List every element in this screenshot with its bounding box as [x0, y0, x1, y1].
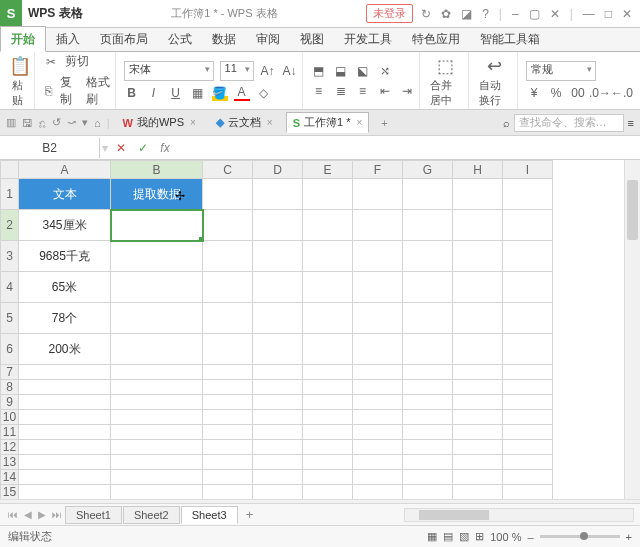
font-size-select[interactable]: 11: [220, 61, 254, 81]
sheet-tab-Sheet1[interactable]: Sheet1: [65, 506, 122, 524]
cell-F5[interactable]: [353, 303, 403, 334]
doc-tab-1[interactable]: ◆云文档×: [209, 112, 280, 133]
minimize-button[interactable]: —: [583, 7, 595, 21]
menu-tab-0[interactable]: 开始: [0, 26, 46, 52]
cut-label[interactable]: 剪切: [65, 53, 89, 70]
help-icon[interactable]: ?: [482, 7, 489, 21]
cell-F3[interactable]: [353, 241, 403, 272]
sheet-nav-0[interactable]: ⏮: [6, 509, 20, 520]
view-sep-icon[interactable]: ⊞: [475, 530, 484, 543]
doc-close-icon[interactable]: ×: [190, 117, 196, 128]
cell-I7[interactable]: [503, 365, 553, 380]
cell-A11[interactable]: [19, 425, 111, 440]
col-header-A[interactable]: A: [19, 161, 111, 179]
menu-tab-2[interactable]: 页面布局: [90, 27, 158, 51]
add-doc-button[interactable]: +: [375, 117, 393, 129]
cancel-button[interactable]: ✕: [110, 141, 132, 155]
cell-D5[interactable]: [253, 303, 303, 334]
cell-B5[interactable]: [111, 303, 203, 334]
sheet-tab-Sheet2[interactable]: Sheet2: [123, 506, 180, 524]
menu-tab-6[interactable]: 视图: [290, 27, 334, 51]
cell-C10[interactable]: [203, 410, 253, 425]
cell-B8[interactable]: [111, 380, 203, 395]
cell-D4[interactable]: [253, 272, 303, 303]
quick-icon-4[interactable]: ⤻: [67, 116, 76, 129]
cell-C13[interactable]: [203, 455, 253, 470]
cell-B7[interactable]: [111, 365, 203, 380]
row-header-9[interactable]: 9: [1, 395, 19, 410]
cell-H12[interactable]: [453, 440, 503, 455]
cell-D15[interactable]: [253, 485, 303, 500]
align-top-icon[interactable]: ⬒: [311, 63, 327, 79]
cell-E1[interactable]: [303, 179, 353, 210]
cell-F2[interactable]: [353, 210, 403, 241]
zoom-label[interactable]: 100 %: [490, 531, 521, 543]
cell-E5[interactable]: [303, 303, 353, 334]
cell-A13[interactable]: [19, 455, 111, 470]
cell-E4[interactable]: [303, 272, 353, 303]
sync-icon[interactable]: ↻: [421, 7, 431, 21]
doc-close-icon[interactable]: ×: [356, 117, 362, 128]
cell-H6[interactable]: [453, 334, 503, 365]
cell-I6[interactable]: [503, 334, 553, 365]
view-page-icon[interactable]: ▤: [443, 530, 453, 543]
cell-H5[interactable]: [453, 303, 503, 334]
cell-F4[interactable]: [353, 272, 403, 303]
quick-icon-1[interactable]: 🖫: [22, 117, 33, 129]
cell-B9[interactable]: [111, 395, 203, 410]
cell-A4[interactable]: 65米: [19, 272, 111, 303]
cell-E3[interactable]: [303, 241, 353, 272]
cell-H3[interactable]: [453, 241, 503, 272]
row-header-12[interactable]: 12: [1, 440, 19, 455]
cell-G13[interactable]: [403, 455, 453, 470]
maximize-button[interactable]: □: [605, 7, 612, 21]
cell-I2[interactable]: [503, 210, 553, 241]
indent-dec-icon[interactable]: ⇤: [377, 83, 393, 99]
sheet-nav-2[interactable]: ▶: [36, 509, 48, 520]
cell-C6[interactable]: [203, 334, 253, 365]
cell-G15[interactable]: [403, 485, 453, 500]
cell-H13[interactable]: [453, 455, 503, 470]
cell-B6[interactable]: [111, 334, 203, 365]
cell-I14[interactable]: [503, 470, 553, 485]
cell-F14[interactable]: [353, 470, 403, 485]
cell-A7[interactable]: [19, 365, 111, 380]
cell-A10[interactable]: [19, 410, 111, 425]
align-left-icon[interactable]: ≡: [311, 83, 327, 99]
menu-tab-3[interactable]: 公式: [158, 27, 202, 51]
cell-G10[interactable]: [403, 410, 453, 425]
horizontal-scrollbar[interactable]: [404, 508, 634, 522]
view-break-icon[interactable]: ▧: [459, 530, 469, 543]
cell-D7[interactable]: [253, 365, 303, 380]
cell-A5[interactable]: 78个: [19, 303, 111, 334]
cell-B3[interactable]: [111, 241, 203, 272]
cell-C2[interactable]: [203, 210, 253, 241]
cell-F13[interactable]: [353, 455, 403, 470]
cell-D8[interactable]: [253, 380, 303, 395]
cell-G6[interactable]: [403, 334, 453, 365]
col-header-H[interactable]: H: [453, 161, 503, 179]
row-header-7[interactable]: 7: [1, 365, 19, 380]
col-header-B[interactable]: B: [111, 161, 203, 179]
cell-F12[interactable]: [353, 440, 403, 455]
cell-I5[interactable]: [503, 303, 553, 334]
cell-C8[interactable]: [203, 380, 253, 395]
cell-D11[interactable]: [253, 425, 303, 440]
view-normal-icon[interactable]: ▦: [427, 530, 437, 543]
cell-E8[interactable]: [303, 380, 353, 395]
cell-C11[interactable]: [203, 425, 253, 440]
vertical-scrollbar[interactable]: [624, 160, 640, 499]
row-header-3[interactable]: 3: [1, 241, 19, 272]
doc-tab-2[interactable]: S工作簿1 *×: [286, 112, 370, 133]
cell-F15[interactable]: [353, 485, 403, 500]
bold-icon[interactable]: B: [124, 85, 140, 101]
cell-A15[interactable]: [19, 485, 111, 500]
cell-B12[interactable]: [111, 440, 203, 455]
cell-H2[interactable]: [453, 210, 503, 241]
doc-tab-0[interactable]: W我的WPS×: [116, 112, 203, 133]
cell-G4[interactable]: [403, 272, 453, 303]
cell-H14[interactable]: [453, 470, 503, 485]
cell-B1[interactable]: 提取数据: [111, 179, 203, 210]
cell-I4[interactable]: [503, 272, 553, 303]
align-middle-icon[interactable]: ⬓: [333, 63, 349, 79]
